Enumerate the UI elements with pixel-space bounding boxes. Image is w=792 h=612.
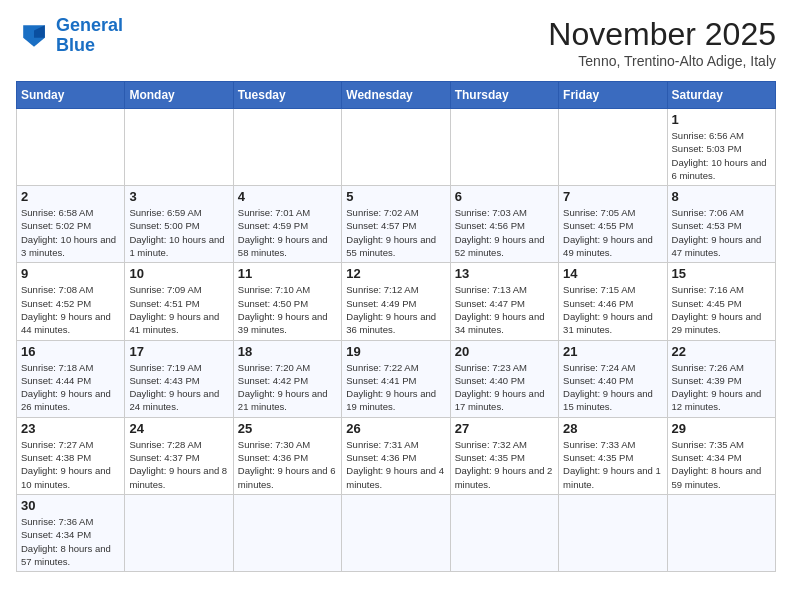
calendar-cell [125,109,233,186]
day-info: Sunrise: 7:35 AM Sunset: 4:34 PM Dayligh… [672,438,771,491]
day-info: Sunrise: 7:16 AM Sunset: 4:45 PM Dayligh… [672,283,771,336]
calendar-week-row: 16Sunrise: 7:18 AM Sunset: 4:44 PM Dayli… [17,340,776,417]
day-number: 19 [346,344,445,359]
calendar-cell [667,494,775,571]
calendar-cell: 3Sunrise: 6:59 AM Sunset: 5:00 PM Daylig… [125,186,233,263]
day-number: 1 [672,112,771,127]
calendar-cell: 29Sunrise: 7:35 AM Sunset: 4:34 PM Dayli… [667,417,775,494]
calendar-cell: 24Sunrise: 7:28 AM Sunset: 4:37 PM Dayli… [125,417,233,494]
day-info: Sunrise: 6:56 AM Sunset: 5:03 PM Dayligh… [672,129,771,182]
day-number: 10 [129,266,228,281]
calendar-cell: 5Sunrise: 7:02 AM Sunset: 4:57 PM Daylig… [342,186,450,263]
day-info: Sunrise: 7:23 AM Sunset: 4:40 PM Dayligh… [455,361,554,414]
calendar-week-row: 9Sunrise: 7:08 AM Sunset: 4:52 PM Daylig… [17,263,776,340]
calendar-cell: 13Sunrise: 7:13 AM Sunset: 4:47 PM Dayli… [450,263,558,340]
month-title: November 2025 [548,16,776,53]
logo-line2: Blue [56,35,95,55]
day-info: Sunrise: 7:22 AM Sunset: 4:41 PM Dayligh… [346,361,445,414]
generalblue-logo-icon [16,18,52,54]
calendar-cell: 23Sunrise: 7:27 AM Sunset: 4:38 PM Dayli… [17,417,125,494]
calendar-cell: 2Sunrise: 6:58 AM Sunset: 5:02 PM Daylig… [17,186,125,263]
day-number: 16 [21,344,120,359]
day-info: Sunrise: 7:13 AM Sunset: 4:47 PM Dayligh… [455,283,554,336]
logo-line1: General [56,15,123,35]
day-number: 5 [346,189,445,204]
calendar-cell [233,494,341,571]
day-number: 14 [563,266,662,281]
calendar-week-row: 1Sunrise: 6:56 AM Sunset: 5:03 PM Daylig… [17,109,776,186]
day-number: 28 [563,421,662,436]
calendar-cell: 21Sunrise: 7:24 AM Sunset: 4:40 PM Dayli… [559,340,667,417]
calendar-cell: 30Sunrise: 7:36 AM Sunset: 4:34 PM Dayli… [17,494,125,571]
calendar-cell: 22Sunrise: 7:26 AM Sunset: 4:39 PM Dayli… [667,340,775,417]
day-number: 7 [563,189,662,204]
day-info: Sunrise: 7:27 AM Sunset: 4:38 PM Dayligh… [21,438,120,491]
calendar-title-area: November 2025 Tenno, Trentino-Alto Adige… [548,16,776,69]
day-number: 17 [129,344,228,359]
day-info: Sunrise: 7:12 AM Sunset: 4:49 PM Dayligh… [346,283,445,336]
calendar-cell: 7Sunrise: 7:05 AM Sunset: 4:55 PM Daylig… [559,186,667,263]
calendar-cell: 16Sunrise: 7:18 AM Sunset: 4:44 PM Dayli… [17,340,125,417]
day-number: 9 [21,266,120,281]
location-subtitle: Tenno, Trentino-Alto Adige, Italy [548,53,776,69]
calendar-cell: 19Sunrise: 7:22 AM Sunset: 4:41 PM Dayli… [342,340,450,417]
calendar-cell: 15Sunrise: 7:16 AM Sunset: 4:45 PM Dayli… [667,263,775,340]
calendar-cell: 14Sunrise: 7:15 AM Sunset: 4:46 PM Dayli… [559,263,667,340]
calendar-cell: 8Sunrise: 7:06 AM Sunset: 4:53 PM Daylig… [667,186,775,263]
col-tuesday: Tuesday [233,82,341,109]
day-number: 29 [672,421,771,436]
calendar-cell: 4Sunrise: 7:01 AM Sunset: 4:59 PM Daylig… [233,186,341,263]
day-number: 18 [238,344,337,359]
calendar-cell [342,109,450,186]
day-number: 24 [129,421,228,436]
day-number: 22 [672,344,771,359]
calendar-cell [559,109,667,186]
calendar-cell: 27Sunrise: 7:32 AM Sunset: 4:35 PM Dayli… [450,417,558,494]
day-info: Sunrise: 7:15 AM Sunset: 4:46 PM Dayligh… [563,283,662,336]
calendar-cell: 20Sunrise: 7:23 AM Sunset: 4:40 PM Dayli… [450,340,558,417]
day-number: 2 [21,189,120,204]
day-info: Sunrise: 7:28 AM Sunset: 4:37 PM Dayligh… [129,438,228,491]
day-info: Sunrise: 7:26 AM Sunset: 4:39 PM Dayligh… [672,361,771,414]
calendar-cell: 26Sunrise: 7:31 AM Sunset: 4:36 PM Dayli… [342,417,450,494]
day-info: Sunrise: 6:59 AM Sunset: 5:00 PM Dayligh… [129,206,228,259]
calendar-cell [450,494,558,571]
day-number: 3 [129,189,228,204]
day-number: 13 [455,266,554,281]
page-header: General Blue November 2025 Tenno, Trenti… [16,16,776,69]
day-number: 20 [455,344,554,359]
day-number: 25 [238,421,337,436]
day-info: Sunrise: 7:31 AM Sunset: 4:36 PM Dayligh… [346,438,445,491]
calendar-cell [342,494,450,571]
calendar-cell: 9Sunrise: 7:08 AM Sunset: 4:52 PM Daylig… [17,263,125,340]
day-info: Sunrise: 7:30 AM Sunset: 4:36 PM Dayligh… [238,438,337,491]
day-info: Sunrise: 7:05 AM Sunset: 4:55 PM Dayligh… [563,206,662,259]
calendar-cell [559,494,667,571]
day-number: 26 [346,421,445,436]
calendar-cell [125,494,233,571]
col-monday: Monday [125,82,233,109]
day-info: Sunrise: 7:01 AM Sunset: 4:59 PM Dayligh… [238,206,337,259]
calendar-cell: 17Sunrise: 7:19 AM Sunset: 4:43 PM Dayli… [125,340,233,417]
calendar-week-row: 2Sunrise: 6:58 AM Sunset: 5:02 PM Daylig… [17,186,776,263]
day-info: Sunrise: 6:58 AM Sunset: 5:02 PM Dayligh… [21,206,120,259]
calendar-cell [233,109,341,186]
col-wednesday: Wednesday [342,82,450,109]
day-number: 4 [238,189,337,204]
day-info: Sunrise: 7:36 AM Sunset: 4:34 PM Dayligh… [21,515,120,568]
day-info: Sunrise: 7:03 AM Sunset: 4:56 PM Dayligh… [455,206,554,259]
calendar-cell [450,109,558,186]
day-number: 12 [346,266,445,281]
col-saturday: Saturday [667,82,775,109]
day-info: Sunrise: 7:06 AM Sunset: 4:53 PM Dayligh… [672,206,771,259]
day-number: 21 [563,344,662,359]
calendar-cell: 6Sunrise: 7:03 AM Sunset: 4:56 PM Daylig… [450,186,558,263]
calendar-cell: 25Sunrise: 7:30 AM Sunset: 4:36 PM Dayli… [233,417,341,494]
logo-text: General Blue [56,16,123,56]
day-number: 23 [21,421,120,436]
day-info: Sunrise: 7:32 AM Sunset: 4:35 PM Dayligh… [455,438,554,491]
day-number: 6 [455,189,554,204]
calendar-cell: 11Sunrise: 7:10 AM Sunset: 4:50 PM Dayli… [233,263,341,340]
calendar-cell: 12Sunrise: 7:12 AM Sunset: 4:49 PM Dayli… [342,263,450,340]
day-info: Sunrise: 7:20 AM Sunset: 4:42 PM Dayligh… [238,361,337,414]
